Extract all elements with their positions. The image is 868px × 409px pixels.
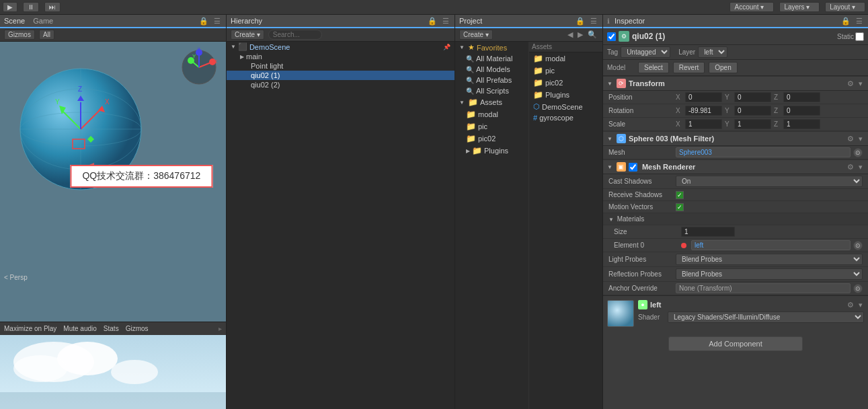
- gizmos-button[interactable]: Gizmos: [4, 30, 35, 40]
- mesh-filter-header[interactable]: ▼ ⬡ Sphere 003 (Mesh Filter) ⚙ ▾: [603, 131, 868, 146]
- material-settings-icon[interactable]: ⚙: [846, 301, 855, 309]
- material-thumbnail: [607, 300, 634, 327]
- size-field[interactable]: [681, 227, 735, 237]
- transform-settings-icon[interactable]: ⚙: [846, 79, 855, 88]
- hierarchy-scene-item[interactable]: ▼ ⬛ DemoScene 📌: [227, 42, 455, 52]
- proj-all-scripts[interactable]: 🔍 All Scripts: [455, 85, 528, 96]
- proj-right-modal[interactable]: 📁 modal: [529, 52, 602, 65]
- add-component-button[interactable]: Add Component: [668, 336, 803, 351]
- all-button[interactable]: All: [39, 30, 54, 40]
- inspector-tab[interactable]: ℹ Inspector 🔒 ☰: [603, 15, 868, 28]
- shader-dropdown[interactable]: Legacy Shaders/Self-Illumin/Diffuse: [668, 311, 864, 323]
- gizmos-bottom-label[interactable]: Gizmos: [126, 325, 149, 332]
- project-tab[interactable]: Project 🔒 ☰: [455, 15, 602, 28]
- static-checkbox[interactable]: [855, 32, 864, 41]
- mesh-renderer-more-icon[interactable]: ▾: [857, 163, 864, 172]
- play-button[interactable]: ▶: [3, 2, 17, 12]
- proj-right-gyroscope[interactable]: # gyroscope: [529, 112, 602, 123]
- step-button[interactable]: ⏭: [44, 2, 61, 12]
- mesh-filter-settings-icon[interactable]: ⚙: [846, 135, 855, 143]
- layer-dropdown[interactable]: left: [698, 46, 727, 58]
- layout-dropdown[interactable]: Layout ▾: [825, 2, 865, 12]
- reflection-probes-dropdown[interactable]: Blend Probes: [676, 268, 863, 280]
- hierarchy-main-item[interactable]: ▶ main: [227, 52, 455, 61]
- svg-point-31: [111, 360, 158, 384]
- receive-shadows-checkbox[interactable]: ✓: [676, 191, 684, 199]
- rot-x-field[interactable]: [685, 106, 722, 116]
- account-dropdown[interactable]: Account ▾: [729, 2, 774, 12]
- favorites-header[interactable]: ▼ ★ Favorites: [455, 42, 528, 53]
- scale-z-field[interactable]: [783, 119, 820, 129]
- scene-lock-icon[interactable]: 🔒: [198, 17, 210, 26]
- proj-all-models[interactable]: 🔍 All Models: [455, 64, 528, 75]
- layer-label: Layer: [678, 48, 695, 56]
- game-preview[interactable]: [0, 335, 226, 409]
- element0-select-btn[interactable]: ⊙: [853, 241, 863, 250]
- hierarchy-lock-icon[interactable]: 🔒: [426, 17, 438, 26]
- mesh-renderer-enabled[interactable]: [629, 163, 637, 172]
- cast-shadows-dropdown[interactable]: On: [676, 176, 863, 187]
- pause-button[interactable]: ⏸: [23, 2, 39, 12]
- proj-right-demoscene[interactable]: ⬡ DemoScene: [529, 101, 602, 112]
- hierarchy-qiu02-1-item[interactable]: qiu02 (1): [227, 71, 455, 80]
- pos-y-field[interactable]: [734, 92, 771, 102]
- anchor-override-btn[interactable]: ⊙: [853, 284, 863, 293]
- hierarchy-create-button[interactable]: Create ▾: [231, 30, 264, 40]
- anchor-override-ref[interactable]: None (Transform): [676, 283, 851, 293]
- project-forward-icon[interactable]: ▶: [576, 30, 584, 39]
- project-lock-icon[interactable]: 🔒: [574, 17, 586, 26]
- proj-right-plugins[interactable]: 📁 Plugins: [529, 89, 602, 101]
- proj-right-pic02[interactable]: 📁 pic02: [529, 77, 602, 89]
- project-create-button[interactable]: Create ▾: [459, 30, 493, 40]
- revert-button[interactable]: Revert: [673, 62, 705, 73]
- maximize-label[interactable]: Maximize on Play: [4, 325, 56, 332]
- assets-header[interactable]: ▼ 📁 Assets: [455, 96, 528, 108]
- transform-header[interactable]: ▼ ⟳ Transform ⚙ ▾: [603, 76, 868, 91]
- proj-all-prefabs[interactable]: 🔍 All Prefabs: [455, 75, 528, 85]
- rot-z-field[interactable]: [783, 106, 820, 116]
- proj-modal[interactable]: 📁 modal: [455, 108, 528, 120]
- right-pic02-icon: 📁: [533, 78, 543, 87]
- mesh-filter-more-icon[interactable]: ▾: [857, 135, 864, 143]
- material-more-icon[interactable]: ▾: [857, 301, 864, 309]
- scene-canvas[interactable]: X Y Z: [0, 42, 226, 322]
- mute-label[interactable]: Mute audio: [63, 325, 96, 332]
- project-back-icon[interactable]: ◀: [566, 30, 574, 39]
- scene-tab[interactable]: Scene Game 🔒 ☰: [0, 15, 226, 28]
- mesh-renderer-settings-icon[interactable]: ⚙: [846, 163, 855, 172]
- game-tab-label[interactable]: Game: [33, 17, 53, 25]
- hierarchy-tab[interactable]: Hierarchy 🔒 ☰: [227, 15, 455, 28]
- light-probes-dropdown[interactable]: Blend Probes: [676, 254, 863, 265]
- pos-x-field[interactable]: [685, 92, 722, 102]
- hierarchy-search[interactable]: [268, 30, 322, 40]
- hierarchy-menu-icon[interactable]: ☰: [441, 17, 450, 26]
- transform-more-icon[interactable]: ▾: [857, 79, 864, 88]
- tag-dropdown[interactable]: Untagged: [621, 46, 670, 58]
- select-button[interactable]: Select: [638, 62, 669, 73]
- hierarchy-pointlight-item[interactable]: Point light: [227, 61, 455, 71]
- proj-pic[interactable]: 📁 pic: [455, 120, 528, 133]
- mesh-ref[interactable]: Sphere003: [676, 147, 851, 157]
- proj-all-material[interactable]: 🔍 All Material: [455, 53, 528, 64]
- scale-x-field[interactable]: [685, 119, 722, 129]
- hierarchy-qiu02-2-item[interactable]: qiu02 (2): [227, 80, 455, 89]
- proj-pic02[interactable]: 📁 pic02: [455, 133, 528, 145]
- open-button[interactable]: Open: [709, 62, 737, 73]
- project-menu-icon[interactable]: ☰: [589, 17, 598, 26]
- project-search-icon[interactable]: 🔍: [586, 30, 598, 39]
- rot-y-field[interactable]: [734, 106, 771, 116]
- stats-label[interactable]: Stats: [104, 325, 119, 332]
- mesh-select-btn[interactable]: ⊙: [853, 148, 863, 157]
- inspector-menu-icon[interactable]: ☰: [855, 17, 864, 26]
- object-active-checkbox[interactable]: [607, 32, 616, 41]
- inspector-lock-icon[interactable]: 🔒: [840, 17, 852, 26]
- proj-plugins[interactable]: ▶ 📁 Plugins: [455, 145, 528, 157]
- scene-menu-icon[interactable]: ☰: [212, 17, 222, 26]
- scale-y-field[interactable]: [734, 119, 771, 129]
- proj-right-pic[interactable]: 📁 pic: [529, 65, 602, 77]
- motion-vectors-checkbox[interactable]: ✓: [676, 203, 684, 211]
- mesh-renderer-header[interactable]: ▼ ▣ Mesh Renderer ⚙ ▾: [603, 159, 868, 174]
- layers-dropdown[interactable]: Layers ▾: [779, 2, 820, 12]
- pos-z-field[interactable]: [783, 92, 820, 102]
- element0-ref[interactable]: left: [691, 240, 851, 250]
